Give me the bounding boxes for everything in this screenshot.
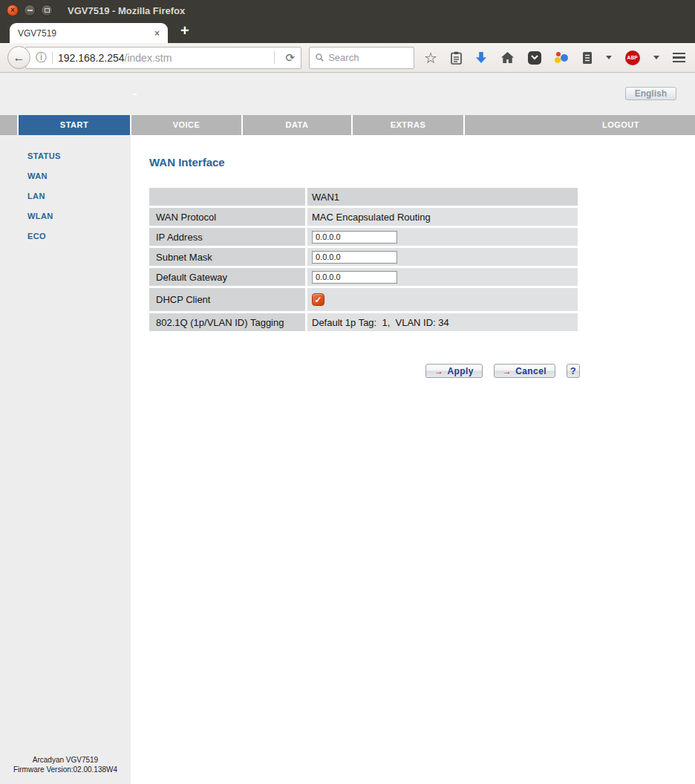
new-tab-button[interactable]: + — [180, 21, 189, 43]
help-button[interactable]: ? — [567, 364, 580, 378]
window-minimize-button[interactable] — [24, 4, 36, 16]
sidebar-item-wlan[interactable]: WLAN — [27, 212, 131, 220]
window-maximize-icon — [45, 8, 50, 13]
menu-icon[interactable] — [673, 53, 685, 63]
vlan-tagging-value: Default 1p Tag: 1, VLAN ID: 34 — [307, 313, 578, 331]
nav-tab-data[interactable]: DATA — [243, 115, 351, 135]
row-label: IP Address — [149, 228, 305, 246]
wan-settings-table: WAN1 WAN Protocol MAC Encapsulated Routi… — [147, 186, 580, 333]
cancel-arrow-icon: → — [503, 366, 512, 376]
sidebar: STATUS WAN LAN WLAN ECO Arcadyan VGV7519… — [0, 135, 131, 784]
url-separator — [274, 51, 275, 64]
table-row: Default Gateway — [149, 268, 578, 286]
tab-bar: VGV7519 × + — [0, 21, 695, 43]
nav-tab-logout[interactable]: LOGOUT — [465, 115, 695, 135]
table-row: WAN Protocol MAC Encapsulated Routing — [149, 208, 578, 226]
default-gateway-input[interactable] — [312, 271, 397, 284]
logo-placeholder — [133, 94, 137, 95]
table-row: 802.1Q (1p/VLAN ID) Tagging Default 1p T… — [149, 313, 578, 331]
firmware-version: Firmware Version:02.00.138W4 — [0, 765, 131, 775]
table-header-row: WAN1 — [149, 188, 578, 206]
sidebar-item-lan[interactable]: LAN — [27, 192, 131, 200]
url-path: /index.stm — [125, 52, 172, 64]
table-row: IP Address — [149, 228, 578, 246]
nav-tab-voice[interactable]: VOICE — [131, 115, 241, 135]
wan-protocol-value: MAC Encapsulated Routing — [307, 208, 578, 226]
tab-title: VGV7519 — [18, 28, 154, 39]
nav-tab-start[interactable]: START — [19, 115, 130, 135]
sidebar-item-status[interactable]: STATUS — [27, 151, 131, 160]
row-label: 802.1Q (1p/VLAN ID) Tagging — [149, 313, 305, 331]
table-row: DHCP Client ✓ — [149, 288, 578, 311]
home-icon[interactable] — [500, 51, 515, 64]
notes-dropdown-chevron-icon[interactable] — [606, 56, 612, 59]
sidebar-item-eco[interactable]: ECO — [27, 232, 131, 241]
screen: × VGV7519 - Mozilla Firefox VGV7519 × + … — [0, 0, 695, 784]
action-buttons: → Apply → Cancel ? — [149, 364, 580, 378]
downloads-icon[interactable] — [475, 51, 487, 64]
table-row: Subnet Mask — [149, 248, 578, 266]
window-close-icon: × — [10, 7, 15, 14]
nav-tab-extras[interactable]: EXTRAS — [353, 115, 463, 135]
window-maximize-button[interactable] — [41, 4, 53, 16]
search-box[interactable] — [309, 47, 414, 69]
reload-icon[interactable]: ⟳ — [285, 51, 295, 65]
search-icon — [316, 53, 324, 62]
page-title: WAN Interface — [149, 156, 695, 169]
bookmark-star-icon[interactable]: ☆ — [424, 50, 437, 65]
sidebar-item-wan[interactable]: WAN — [27, 172, 131, 180]
url-domain: 192.168.2.254 — [58, 52, 125, 64]
tab-close-icon[interactable]: × — [154, 28, 160, 39]
row-label: DHCP Client — [149, 288, 305, 311]
page-body: STATUS WAN LAN WLAN ECO Arcadyan VGV7519… — [0, 135, 695, 784]
url-bar[interactable]: ⓘ 192.168.2.254 /index.stm ⟳ — [25, 47, 301, 69]
ip-address-input[interactable] — [312, 231, 397, 244]
info-icon[interactable]: ⓘ — [36, 50, 47, 65]
back-icon: ← — [13, 51, 25, 65]
bookmarks-menu-icon[interactable] — [451, 51, 462, 65]
window-title: VGV7519 - Mozilla Firefox — [68, 5, 185, 16]
colored-dots-addon-icon[interactable] — [555, 51, 568, 65]
site-nav: START VOICE DATA EXTRAS LOGOUT — [0, 115, 695, 135]
device-model: Arcadyan VGV7519 — [0, 756, 131, 765]
language-button[interactable]: English — [625, 87, 676, 100]
back-button[interactable]: ← — [7, 46, 30, 69]
browser-tab[interactable]: VGV7519 × — [10, 23, 168, 43]
abp-dropdown-chevron-icon[interactable] — [653, 56, 659, 59]
row-label: WAN Protocol — [149, 208, 305, 226]
nav-stub — [0, 115, 17, 135]
apply-button[interactable]: → Apply — [425, 364, 483, 378]
cancel-button[interactable]: → Cancel — [494, 364, 555, 378]
row-label: Subnet Mask — [149, 248, 305, 266]
dhcp-client-checkbox[interactable]: ✓ — [312, 293, 324, 306]
window-close-button[interactable]: × — [7, 4, 19, 16]
pocket-icon[interactable] — [528, 51, 541, 65]
subnet-mask-input[interactable] — [312, 251, 397, 264]
url-separator — [52, 51, 53, 64]
header-empty-cell — [149, 188, 305, 206]
cancel-button-label: Cancel — [515, 366, 546, 376]
browser-toolbar: ← ⓘ 192.168.2.254 /index.stm ⟳ ☆ — [0, 43, 695, 73]
apply-button-label: Apply — [447, 366, 473, 376]
title-bar: × VGV7519 - Mozilla Firefox — [0, 0, 695, 21]
main-content: WAN Interface WAN1 WAN Protocol MAC Enca… — [131, 135, 695, 784]
window-minimize-icon — [27, 10, 33, 11]
toolbar-icons: ☆ ABP — [424, 50, 688, 65]
adblock-plus-icon[interactable]: ABP — [625, 50, 640, 65]
device-footer: Arcadyan VGV7519 Firmware Version:02.00.… — [0, 756, 131, 774]
apply-arrow-icon: → — [434, 366, 443, 376]
search-input[interactable] — [328, 52, 408, 63]
notes-addon-icon[interactable] — [582, 51, 593, 65]
column-header-wan1: WAN1 — [307, 188, 578, 206]
row-label: Default Gateway — [149, 268, 305, 286]
site-header: English — [0, 73, 695, 115]
